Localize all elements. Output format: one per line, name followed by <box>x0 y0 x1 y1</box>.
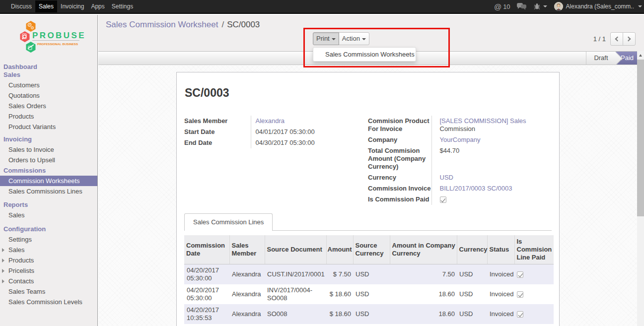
col-source-currency[interactable]: Source Currency <box>353 235 390 264</box>
start-date-value: 04/01/2017 05:30:00 <box>251 127 368 137</box>
field-label: Commision Product For Invoice <box>368 116 431 134</box>
debug-caret-icon <box>543 5 547 7</box>
sales-member-link[interactable]: Alexandra <box>256 117 285 125</box>
sidebar-section-reports[interactable]: Reports <box>0 199 97 210</box>
breadcrumb-current: SC/0003 <box>227 20 260 29</box>
col-currency[interactable]: Currency <box>457 235 487 264</box>
sidebar-section-invoicing[interactable]: Invoicing <box>0 134 97 144</box>
col-source-document[interactable]: Source Document <box>265 235 326 264</box>
sidebar-item-sales-commissions-lines[interactable]: Sales Commissions Lines <box>0 186 97 196</box>
scrollbar-thumb[interactable] <box>637 60 644 216</box>
commission-product-rest: Commission <box>440 125 476 132</box>
pager-previous-button[interactable] <box>610 32 623 46</box>
dropdown-item-sales-commission-worksheets[interactable]: Sales Commission Worksheets <box>313 48 416 62</box>
sidebar-item-sales-orders[interactable]: Sales Orders <box>0 101 97 111</box>
line-paid-checkbox[interactable] <box>517 291 523 298</box>
sidebar-item-orders-to-upsell[interactable]: Orders to Upsell <box>0 155 97 165</box>
table-row[interactable]: 04/20/2017 05:30:00 Alexandra INV/2017/0… <box>184 284 554 304</box>
total-commission-value: $44.70 <box>431 145 552 172</box>
notebook: Sales Commission Lines Commission Date S… <box>184 213 552 324</box>
print-caret-icon <box>332 38 336 40</box>
scroll-up-icon <box>639 54 642 57</box>
status-step-draft[interactable]: Draft <box>586 52 616 65</box>
print-button[interactable]: Print <box>313 32 339 45</box>
pager-counter: 1 / 1 <box>593 35 606 43</box>
line-paid-checkbox[interactable] <box>517 271 523 278</box>
tab-sales-commission-lines[interactable]: Sales Commission Lines <box>184 213 273 231</box>
top-app-discuss[interactable]: Discuss <box>7 1 35 12</box>
field-label: Start Date <box>184 127 251 137</box>
currency-link[interactable]: USD <box>440 174 453 181</box>
sidebar-item-config-contacts[interactable]: Contacts <box>0 276 97 286</box>
field-commission-invoice: Commission Invoice BILL/2017/0003 SC/000… <box>368 183 552 194</box>
field-label: Currency <box>368 172 431 183</box>
messages-icon[interactable] <box>517 3 527 10</box>
sidebar-item-customers[interactable]: Customers <box>0 80 97 90</box>
sidebar-section-commissions[interactable]: Commissions <box>0 165 97 176</box>
breadcrumb-parent-link[interactable]: Sales Commission Worksheet <box>106 20 218 29</box>
top-app-settings[interactable]: Settings <box>108 1 137 12</box>
col-amount[interactable]: Amount <box>326 235 353 264</box>
top-app-invoicing[interactable]: Invoicing <box>57 1 87 12</box>
action-button[interactable]: Action <box>339 32 369 45</box>
sidebar-item-commission-worksheets[interactable]: Commission Worksheets <box>0 176 97 186</box>
logo-text: PROBUSE <box>32 31 86 40</box>
top-app-sales[interactable]: Sales <box>35 0 57 12</box>
col-status[interactable]: Status <box>487 235 514 264</box>
sidebar-item-settings[interactable]: Settings <box>0 234 97 245</box>
commission-product-link[interactable]: [SALES COMMISSION] Sales <box>440 117 526 125</box>
col-sales-member[interactable]: Sales Member <box>229 235 265 264</box>
mentions-counter[interactable]: @ 10 <box>494 2 510 11</box>
vertical-scrollbar[interactable] <box>637 51 644 326</box>
debug-menu[interactable] <box>534 3 547 10</box>
chevron-right-icon <box>626 37 631 42</box>
sidebar-section-sales[interactable]: Sales <box>0 69 97 80</box>
table-header-row: Commission Date Sales Member Source Docu… <box>184 235 554 264</box>
field-label: Commission Invoice <box>368 183 431 194</box>
sidebar-item-sales-commission-levels[interactable]: Sales Commission Levels <box>0 297 97 307</box>
is-commission-paid-checkbox[interactable] <box>440 196 446 203</box>
company-link[interactable]: YourCompany <box>440 136 481 143</box>
sidebar-item-config-pricelists[interactable]: Pricelists <box>0 265 97 276</box>
content-area: SC/0003 Sales Member Alexandra Start Dat… <box>98 65 638 326</box>
sidebar-item-sales-to-invoice[interactable]: Sales to Invoice <box>0 144 97 155</box>
field-sales-member: Sales Member Alexandra <box>184 116 368 127</box>
logo-tagline: PROFESSIONAL BUSINESS <box>37 42 78 46</box>
form-sheet: SC/0003 Sales Member Alexandra Start Dat… <box>176 72 560 326</box>
sidebar-item-reports-sales[interactable]: Sales <box>0 210 97 220</box>
sidebar-item-sales-teams[interactable]: Sales Teams <box>0 286 97 297</box>
field-start-date: Start Date 04/01/2017 05:30:00 <box>184 127 368 137</box>
commission-invoice-link[interactable]: BILL/2017/0003 SC/0003 <box>440 185 512 192</box>
col-amount-company-currency[interactable]: Amount in Company Currency <box>390 235 457 264</box>
scrollbar-up-button[interactable] <box>637 51 644 59</box>
mentions-count: 10 <box>503 3 510 10</box>
action-button-group: PrintAction <box>313 32 369 45</box>
sidebar: PROBUSE PROFESSIONAL BUSINESS Dashboard … <box>0 15 98 326</box>
line-paid-checkbox[interactable] <box>517 311 523 318</box>
top-app-apps[interactable]: Apps <box>87 1 108 12</box>
col-is-commision-line-paid[interactable]: Is Commision Line Paid <box>514 235 554 264</box>
field-commission-product: Commision Product For Invoice [SALES COM… <box>368 116 552 134</box>
user-menu[interactable]: Alexandra (Sales_comm.. <box>554 2 642 11</box>
sidebar-item-quotations[interactable]: Quotations <box>0 90 97 101</box>
bug-icon <box>534 3 540 10</box>
breadcrumb: Sales Commission Worksheet/SC/0003 <box>106 20 260 30</box>
breadcrumb-separator: / <box>221 20 224 29</box>
top-app-menu: Discuss Sales Invoicing Apps Settings <box>0 0 137 13</box>
sidebar-item-config-products[interactable]: Products <box>0 255 97 265</box>
sidebar-nav: Dashboard Sales Customers Quotations Sal… <box>0 62 97 307</box>
sidebar-section-configuration[interactable]: Configuration <box>0 224 97 234</box>
col-commission-date[interactable]: Commission Date <box>184 235 229 264</box>
user-menu-caret-icon <box>638 5 642 7</box>
table-row[interactable]: 04/20/2017 10:35:53 Alexandra SO008 $ 18… <box>184 304 554 324</box>
user-name: Alexandra (Sales_comm.. <box>566 3 634 10</box>
field-label: Total Commision Amount (Company Currency… <box>368 145 431 172</box>
sidebar-item-products[interactable]: Products <box>0 111 97 122</box>
record-title: SC/0003 <box>185 86 552 100</box>
field-end-date: End Date 04/30/2017 05:30:00 <box>184 137 368 148</box>
pager: 1 / 1 <box>593 32 636 46</box>
table-row[interactable]: 04/20/2017 05:30:00 Alexandra CUST.IN/20… <box>184 264 554 285</box>
sidebar-item-product-variants[interactable]: Product Variants <box>0 122 97 132</box>
pager-next-button[interactable] <box>623 32 636 46</box>
sidebar-item-config-sales[interactable]: Sales <box>0 245 97 255</box>
